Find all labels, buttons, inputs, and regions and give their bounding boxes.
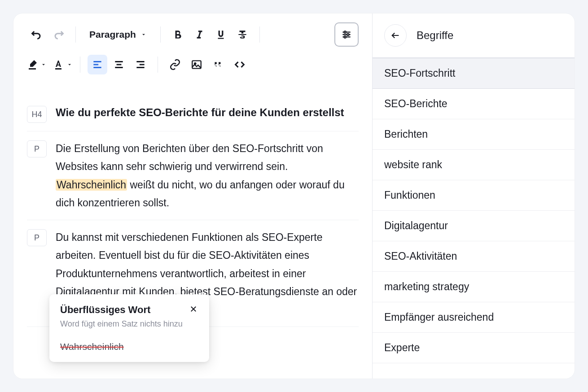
italic-button[interactable]: [189, 25, 209, 44]
svg-point-5: [344, 36, 346, 38]
align-right-button[interactable]: [131, 55, 150, 74]
block-tag: P: [27, 229, 47, 246]
term-item[interactable]: Experte: [373, 333, 575, 363]
highlighted-word[interactable]: Wahrscheinlich: [56, 179, 127, 191]
close-icon: [189, 305, 197, 313]
bold-button[interactable]: [168, 25, 188, 44]
popover-subtitle: Word fügt einem Satz nichts hinzu: [60, 319, 198, 329]
strikethrough-button[interactable]: [233, 25, 252, 44]
link-button[interactable]: [165, 55, 185, 74]
image-button[interactable]: [187, 55, 206, 74]
paragraph-style-selector[interactable]: Paragraph: [83, 25, 153, 44]
popover-title: Überflüssiges Wort: [60, 304, 150, 316]
paragraph-text[interactable]: Die Erstellung von Berichten über den SE…: [56, 139, 359, 212]
text-color-button[interactable]: [53, 55, 73, 74]
arrow-left-icon: [391, 30, 400, 40]
text-segment: Die Erstellung von Berichten über den SE…: [56, 143, 323, 172]
popover-strike-word[interactable]: Wahrscheinlich: [60, 341, 198, 352]
align-left-button[interactable]: [88, 55, 107, 74]
sidebar-header: Begriffe: [373, 13, 575, 58]
paragraph-block[interactable]: P Die Erstellung von Berichten über den …: [27, 131, 359, 220]
toolbar: Paragraph: [13, 13, 372, 79]
toolbar-row-1: Paragraph: [27, 22, 359, 47]
close-button[interactable]: [189, 304, 198, 314]
term-item[interactable]: SEO-Fortschritt: [373, 58, 575, 89]
back-button[interactable]: [384, 24, 407, 47]
undo-button[interactable]: [27, 25, 47, 44]
settings-sliders-button[interactable]: [334, 22, 359, 47]
app-frame: Paragraph: [13, 13, 575, 379]
chevron-down-icon: [140, 31, 147, 38]
divider: [80, 57, 80, 73]
term-item[interactable]: Berichten: [373, 119, 575, 150]
block-tag: H4: [27, 106, 47, 123]
divider: [160, 26, 161, 43]
term-item[interactable]: Empfänger ausreichend: [373, 302, 575, 333]
divider: [158, 57, 158, 73]
underline-button[interactable]: [211, 25, 231, 44]
align-center-button[interactable]: [109, 55, 129, 74]
svg-point-3: [344, 31, 346, 33]
heading-block[interactable]: H4 Wie du perfekte SEO-Berichte für dein…: [27, 97, 359, 131]
paragraph-style-label: Paragraph: [89, 29, 136, 40]
highlight-color-button[interactable]: [27, 55, 47, 74]
heading-text[interactable]: Wie du perfekte SEO-Berichte für deine K…: [56, 105, 344, 120]
term-item[interactable]: SEO-Berichte: [373, 89, 575, 119]
term-item[interactable]: website rank: [373, 150, 575, 180]
sidebar-title: Begriffe: [417, 29, 453, 42]
term-item[interactable]: marketing strategy: [373, 272, 575, 302]
sidebar-pane: Begriffe SEO-FortschrittSEO-BerichteBeri…: [373, 13, 575, 379]
editor-pane: Paragraph: [13, 13, 373, 379]
term-list[interactable]: SEO-FortschrittSEO-BerichteBerichtenwebs…: [373, 58, 575, 379]
svg-point-4: [347, 34, 349, 35]
code-button[interactable]: [230, 55, 250, 74]
divider: [75, 26, 76, 43]
chevron-down-icon: [40, 61, 47, 68]
toolbar-row-2: [27, 55, 359, 74]
redo-button[interactable]: [48, 25, 68, 44]
block-tag: P: [27, 140, 47, 157]
divider: [259, 26, 260, 43]
content-area: H4 Wie du perfekte SEO-Berichte für dein…: [13, 79, 372, 327]
term-item[interactable]: SEO-Aktivitäten: [373, 241, 575, 272]
suggestion-popover: Überflüssiges Wort Word fügt einem Satz …: [49, 294, 209, 362]
term-item[interactable]: Digitalagentur: [373, 211, 575, 241]
term-item[interactable]: Funktionen: [373, 180, 575, 211]
chevron-down-icon: [66, 61, 73, 68]
quote-button[interactable]: [208, 55, 228, 74]
